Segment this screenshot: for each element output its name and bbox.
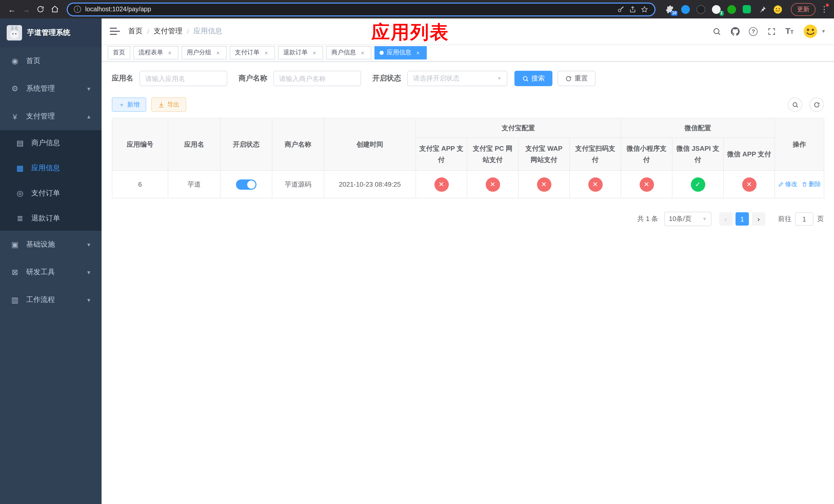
font-size-icon[interactable]: TT (785, 27, 793, 36)
sidebar-menu: ◉首页⚙系统管理▼¥支付管理▲▤商户信息▦应用信息◎支付订单≣退款订单▣基础设施… (0, 47, 102, 504)
browser-menu-icon[interactable]: ⋮ (820, 5, 829, 14)
refresh-table-button[interactable] (809, 97, 824, 112)
tab-label: 应用信息 (387, 48, 411, 57)
home-icon[interactable] (48, 3, 62, 16)
yen-icon: ¥ (10, 112, 20, 121)
password-key-icon[interactable] (617, 5, 625, 13)
sidebar-item-应用信息[interactable]: ▦应用信息 (0, 155, 102, 181)
sidebar-item-退款订单[interactable]: ≣退款订单 (0, 206, 102, 231)
extensions-puzzle-icon[interactable]: 10 (665, 4, 675, 14)
app-name-input[interactable] (139, 71, 227, 86)
fullscreen-icon[interactable] (767, 27, 776, 36)
back-icon[interactable]: ← (5, 3, 19, 16)
page-number-1[interactable]: 1 (736, 212, 749, 226)
sidebar-item-首页[interactable]: ◉首页 (0, 47, 102, 75)
page-unit-label: 页 (817, 214, 824, 224)
extension-dark-icon[interactable] (696, 4, 706, 14)
close-icon[interactable]: × (214, 49, 222, 56)
github-icon[interactable] (730, 27, 740, 36)
tab-应用信息[interactable]: 应用信息× (374, 46, 427, 59)
delete-link[interactable]: 删除 (802, 180, 821, 189)
pin-icon[interactable] (757, 4, 767, 14)
breadcrumb-separator: / (147, 27, 149, 35)
app-title: 芋道管理系统 (27, 28, 70, 38)
breadcrumb-pay[interactable]: 支付管理 (154, 27, 182, 36)
bookmark-star-icon[interactable] (641, 5, 648, 13)
url-text: localhost:1024/pay/app (85, 6, 151, 13)
user-menu[interactable]: ▼ (803, 24, 826, 39)
cell-enabled-status (220, 170, 272, 198)
close-icon[interactable]: × (359, 49, 366, 56)
reset-button[interactable]: 重置 (557, 71, 595, 86)
extension-chat-icon[interactable] (742, 4, 752, 14)
tab-label: 用户分组 (187, 48, 211, 57)
tab-退款订单[interactable]: 退款订单× (278, 46, 323, 59)
profile-avatar-icon[interactable]: 1 (711, 4, 721, 14)
page-size-select[interactable]: 10条/页 ▼ (664, 212, 711, 226)
enabled-toggle[interactable] (236, 179, 257, 189)
pay-order-icon: ◎ (15, 188, 25, 198)
merchant-card-icon: ▤ (15, 138, 25, 147)
close-icon[interactable]: × (166, 49, 173, 56)
help-icon[interactable]: ? (749, 27, 758, 36)
app-table: 应用编号 应用名 开启状态 商户名称 创建时间 支付宝配置 微信配置 操作 支付… (112, 118, 824, 199)
goto-page-input[interactable] (795, 212, 813, 226)
column-header-微信小程序支付: 微信小程序支付 (621, 138, 672, 170)
chevron-down-icon: ▼ (86, 86, 91, 92)
merchant-name-input[interactable] (273, 71, 361, 86)
close-icon[interactable]: × (311, 49, 318, 56)
tab-label: 商户信息 (331, 48, 356, 57)
cell-created-time: 2021-10-23 08:49:25 (324, 170, 416, 198)
chevron-down-icon: ▼ (86, 297, 91, 303)
forward-icon[interactable]: → (20, 3, 33, 16)
tab-流程表单[interactable]: 流程表单× (133, 46, 178, 59)
group-header-wechat: 微信配置 (621, 118, 775, 138)
edit-icon (778, 182, 784, 187)
emoji-face-icon[interactable] (772, 4, 783, 14)
chevron-up-icon: ▲ (86, 114, 91, 119)
extension-wechat-icon[interactable] (726, 4, 737, 14)
toggle-search-button[interactable] (788, 97, 802, 112)
edit-link[interactable]: 修改 (778, 180, 797, 189)
add-button[interactable]: ＋ 新增 (112, 97, 146, 112)
profile-badge: 1 (719, 11, 724, 16)
sidebar-item-研发工具[interactable]: ⊠研发工具▼ (0, 258, 102, 286)
tab-支付订单[interactable]: 支付订单× (230, 46, 275, 59)
sidebar-item-工作流程[interactable]: ▥工作流程▼ (0, 286, 102, 314)
sidebar-item-支付订单[interactable]: ◎支付订单 (0, 181, 102, 206)
cell-config-0: ✕ (416, 170, 467, 198)
sidebar-item-支付管理[interactable]: ¥支付管理▲ (0, 102, 102, 130)
tab-商户信息[interactable]: 商户信息× (326, 46, 371, 59)
close-icon[interactable]: × (263, 49, 270, 56)
address-bar[interactable]: i localhost:1024/pay/app (67, 2, 656, 16)
next-page-button[interactable]: › (752, 212, 765, 226)
search-button[interactable]: 搜索 (514, 71, 552, 86)
caret-down-icon: ▼ (821, 29, 826, 34)
cell-app-id: 6 (112, 170, 168, 198)
breadcrumb-home[interactable]: 首页 (128, 27, 142, 36)
refresh-icon[interactable] (34, 3, 47, 16)
browser-update-button[interactable]: 更新 (791, 3, 815, 16)
sidebar-item-商户信息[interactable]: ▤商户信息 (0, 130, 102, 155)
site-info-icon[interactable]: i (74, 6, 81, 13)
page-size-value: 10条/页 (669, 214, 692, 224)
app-logo-bar[interactable]: 芋道管理系统 (0, 19, 102, 47)
close-icon[interactable]: × (414, 49, 422, 56)
prev-page-button[interactable]: ‹ (719, 212, 732, 226)
sidebar-item-系统管理[interactable]: ⚙系统管理▼ (0, 75, 102, 102)
column-header-支付宝 PC 网站支付: 支付宝 PC 网站支付 (467, 138, 518, 170)
tab-首页[interactable]: 首页 (108, 46, 130, 59)
status-select[interactable]: 请选择开启状态 ▼ (407, 71, 507, 86)
goto-label: 前往 (778, 214, 791, 224)
tab-用户分组[interactable]: 用户分组× (181, 46, 227, 59)
column-header-支付宝扫码支付: 支付宝扫码支付 (570, 138, 621, 170)
config-disabled-icon: ✕ (434, 177, 448, 191)
export-button[interactable]: 导出 (151, 97, 186, 112)
hamburger-icon[interactable] (110, 28, 120, 35)
search-icon[interactable] (712, 27, 721, 36)
share-icon[interactable] (629, 5, 637, 13)
tab-label: 流程表单 (138, 48, 163, 57)
sidebar-item-基础设施[interactable]: ▣基础设施▼ (0, 231, 102, 258)
extension-blue-icon[interactable] (680, 4, 690, 14)
breadcrumb-separator: / (187, 27, 189, 35)
